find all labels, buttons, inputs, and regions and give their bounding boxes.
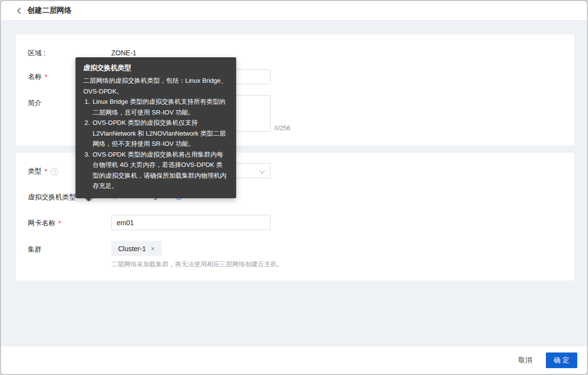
zone-label: 区域 : — [28, 49, 46, 58]
name-label: 名称* — [28, 72, 47, 81]
nic-name-input[interactable] — [111, 215, 270, 230]
char-counter: 0/256 — [274, 124, 291, 132]
required-mark: * — [45, 167, 47, 175]
required-mark: * — [45, 73, 47, 81]
cluster-tag-text: Cluster-1 — [118, 245, 146, 253]
page-header: 创建二层网络 — [1, 1, 587, 21]
cancel-button[interactable]: 取消 — [518, 356, 532, 365]
type-info-icon[interactable]: i — [51, 168, 58, 175]
tooltip-list-item: Linux Bridge 类型的虚拟交换机支持所有类型的二层网络，且可使用 SR… — [92, 96, 228, 117]
tooltip-list-item: OVS-DPDK 类型的虚拟交换机将占用集群内每台物理机 4G 大页内存，若选择… — [92, 149, 228, 191]
page-title: 创建二层网络 — [27, 6, 72, 15]
zone-value: ZONE-1 — [111, 49, 136, 57]
vswitch-type-tooltip: 虚拟交换机类型 二层网络的虚拟交换机类型，包括：Linux Bridge、OVS… — [75, 57, 236, 198]
close-icon[interactable]: × — [151, 245, 155, 252]
chevron-down-icon — [259, 168, 265, 173]
tooltip-list: Linux Bridge 类型的虚拟交换机支持所有类型的二层网络，且可使用 SR… — [83, 96, 228, 191]
description-label: 简介 — [28, 99, 42, 108]
action-bar: 取消 确 定 — [1, 346, 587, 374]
create-l2-network-page: 创建二层网络 区域 : ZONE-1 名称* 简介 0/256 类型* i 虚拟… — [0, 0, 588, 375]
back-icon[interactable] — [15, 6, 24, 15]
type-label: 类型* i — [28, 167, 58, 176]
cluster-tag: Cluster-1 × — [111, 241, 162, 256]
required-mark: * — [58, 219, 61, 227]
tooltip-list-item: OVS-DPDK 类型的虚拟交换机仅支持 L2VlanNetwork 和 L2N… — [92, 117, 228, 149]
tooltip-intro: 二层网络的虚拟交换机类型，包括：Linux Bridge、OVS-DPDK。 — [83, 75, 228, 96]
confirm-button[interactable]: 确 定 — [546, 352, 577, 368]
cluster-label: 集群 — [28, 245, 42, 254]
tooltip-title: 虚拟交换机类型 — [83, 64, 228, 72]
cluster-hint: 二层网络未加载集群，将无法使用相应三层网络创建云主机。 — [111, 260, 283, 269]
nic-name-label: 网卡名称* — [28, 219, 61, 228]
